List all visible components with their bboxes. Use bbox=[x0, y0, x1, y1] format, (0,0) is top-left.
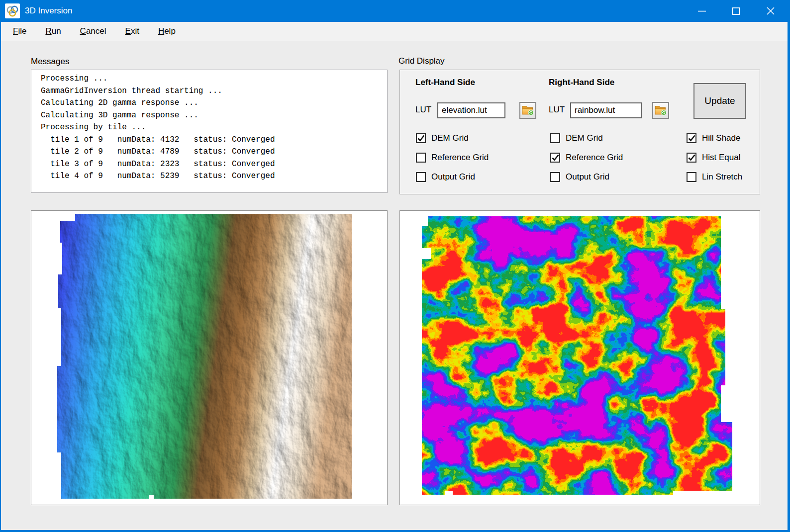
menubar: File Run Cancel Exit Help bbox=[1, 22, 788, 41]
grid-display-panel: Left-Hand Side Right-Hand Side LUT LUT bbox=[399, 70, 760, 194]
open-folder-icon bbox=[522, 105, 534, 116]
message-line: tile 3 of 9 numData: 2323 status: Conver… bbox=[41, 158, 383, 171]
checkbox-box bbox=[687, 172, 696, 182]
lhs-header: Left-Hand Side bbox=[415, 78, 475, 88]
checkbox-lin-stretch[interactable]: Lin Stretch bbox=[687, 172, 742, 182]
checkbox-rhs-dem-grid[interactable]: DEM Grid bbox=[550, 133, 603, 143]
maximize-button[interactable] bbox=[719, 0, 753, 22]
rhs-lut-input[interactable] bbox=[570, 102, 642, 118]
message-line: Processing by tile ... bbox=[41, 121, 383, 134]
left-map-panel bbox=[31, 210, 388, 505]
checkbox-label: Output Grid bbox=[566, 172, 609, 182]
checkbox-label: DEM Grid bbox=[431, 133, 469, 143]
checkbox-box bbox=[687, 133, 696, 143]
checkbox-box bbox=[550, 133, 560, 143]
messages-label: Messages bbox=[31, 57, 69, 67]
check-icon bbox=[417, 135, 425, 142]
right-map-panel bbox=[399, 210, 760, 505]
message-line: Calculating 3D gamma response ... bbox=[41, 109, 383, 122]
window-controls bbox=[685, 0, 788, 22]
minimize-button[interactable] bbox=[685, 0, 719, 22]
message-line: tile 1 of 9 numData: 4132 status: Conver… bbox=[41, 134, 383, 146]
menu-cancel[interactable]: Cancel bbox=[71, 22, 116, 41]
app-icon bbox=[5, 3, 20, 18]
checkbox-rhs-output-grid[interactable]: Output Grid bbox=[550, 172, 609, 182]
lhs-browse-button[interactable] bbox=[519, 102, 536, 119]
checkbox-rhs-reference-grid[interactable]: Reference Grid bbox=[550, 153, 623, 163]
check-icon bbox=[688, 135, 695, 142]
check-icon bbox=[688, 154, 695, 161]
rhs-browse-button[interactable] bbox=[652, 102, 669, 119]
checkbox-hist-equal[interactable]: Hist Equal bbox=[687, 153, 740, 163]
checkbox-label: Reference Grid bbox=[566, 153, 623, 163]
checkbox-label: Reference Grid bbox=[431, 153, 489, 163]
checkbox-label: Hist Equal bbox=[702, 153, 740, 163]
messages-log[interactable]: Processing ...GammaGridInversion thread … bbox=[31, 70, 388, 193]
open-folder-icon bbox=[655, 105, 667, 116]
checkbox-box bbox=[687, 153, 696, 163]
checkbox-box bbox=[416, 172, 426, 182]
message-line: tile 2 of 9 numData: 4789 status: Conver… bbox=[41, 146, 383, 158]
menu-exit[interactable]: Exit bbox=[116, 22, 149, 41]
check-icon bbox=[552, 154, 559, 161]
checkbox-label: Lin Stretch bbox=[702, 172, 742, 182]
menu-file[interactable]: File bbox=[3, 22, 36, 41]
message-line: Processing ... bbox=[41, 73, 383, 85]
message-line: tile 4 of 9 numData: 5239 status: Conver… bbox=[41, 170, 383, 182]
close-icon bbox=[767, 7, 775, 15]
checkbox-lhs-output-grid[interactable]: Output Grid bbox=[416, 172, 475, 182]
checkbox-label: DEM Grid bbox=[566, 133, 603, 143]
app-window: 3D Inversion File Run Cancel Exit Help M… bbox=[0, 0, 790, 532]
menu-help[interactable]: Help bbox=[149, 22, 185, 41]
rhs-lut-label: LUT bbox=[549, 105, 565, 115]
update-button[interactable]: Update bbox=[693, 83, 746, 119]
titlebar: 3D Inversion bbox=[1, 0, 788, 22]
checkbox-box bbox=[550, 153, 560, 163]
checkbox-box bbox=[416, 133, 426, 143]
checkbox-hill-shade[interactable]: Hill Shade bbox=[687, 133, 741, 143]
window-title: 3D Inversion bbox=[25, 6, 72, 16]
checkbox-label: Hill Shade bbox=[702, 133, 741, 143]
left-map-image bbox=[56, 214, 352, 499]
checkbox-label: Output Grid bbox=[431, 172, 475, 182]
rhs-header: Right-Hand Side bbox=[549, 78, 614, 88]
menu-run[interactable]: Run bbox=[36, 22, 70, 41]
checkbox-box bbox=[550, 172, 560, 182]
checkbox-box bbox=[416, 153, 426, 163]
checkbox-lhs-reference-grid[interactable]: Reference Grid bbox=[416, 153, 489, 163]
minimize-icon bbox=[698, 10, 706, 12]
message-line: GammaGridInversion thread starting ... bbox=[41, 85, 383, 97]
maximize-icon bbox=[732, 7, 740, 15]
close-button[interactable] bbox=[753, 0, 788, 22]
message-line: Calculating 2D gamma response ... bbox=[41, 97, 383, 109]
lhs-lut-label: LUT bbox=[415, 105, 431, 115]
grid-display-label: Grid Display bbox=[398, 56, 445, 66]
right-map-image bbox=[422, 216, 732, 498]
lhs-lut-input[interactable] bbox=[437, 102, 505, 118]
checkbox-lhs-dem-grid[interactable]: DEM Grid bbox=[416, 133, 469, 143]
